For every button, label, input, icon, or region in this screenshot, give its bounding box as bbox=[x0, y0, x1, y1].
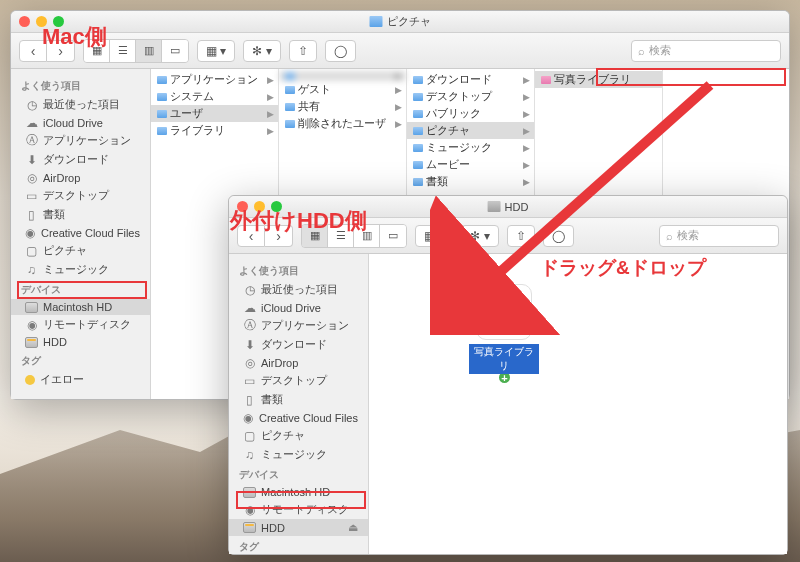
sidebar-item[interactable]: ▢ピクチャ bbox=[229, 426, 368, 445]
sidebar-item[interactable]: ◷最近使った項目 bbox=[11, 95, 150, 114]
chevron-right-icon: ▶ bbox=[395, 85, 402, 95]
close-button[interactable] bbox=[19, 16, 30, 27]
chevron-right-icon: ▶ bbox=[523, 75, 530, 85]
sidebar-item-label: HDD bbox=[43, 336, 67, 348]
icon-view-area[interactable]: 写真ライブラリ + bbox=[369, 254, 787, 554]
chevron-right-icon: ▶ bbox=[395, 119, 402, 129]
sidebar-item[interactable]: ▭デスクトップ bbox=[229, 371, 368, 390]
action-button[interactable]: ✻ ▾ bbox=[461, 225, 498, 247]
eject-icon[interactable]: ⏏ bbox=[348, 521, 358, 534]
sidebar-item[interactable]: ◉Creative Cloud Files bbox=[229, 409, 368, 426]
folder-icon bbox=[157, 127, 167, 135]
sidebar-item[interactable]: ◎AirDrop bbox=[229, 354, 368, 371]
sidebar: よく使う項目◷最近使った項目☁iCloud DriveⒶアプリケーション⬇ダウン… bbox=[229, 254, 369, 554]
tags-button[interactable]: ◯ bbox=[543, 225, 574, 247]
sidebar-item-label: ミュージック bbox=[261, 447, 327, 462]
drag-ghost-item[interactable]: 写真ライブラリ + bbox=[469, 284, 539, 385]
chevron-right-icon: ▶ bbox=[523, 92, 530, 102]
sidebar-item[interactable]: ⬇ダウンロード bbox=[11, 150, 150, 169]
gallery-view-button[interactable]: ▭ bbox=[162, 40, 188, 62]
column-item[interactable]: ミュージック▶ bbox=[407, 139, 534, 156]
sidebar-device-item[interactable]: HDD⏏ bbox=[229, 519, 368, 536]
search-placeholder: 検索 bbox=[649, 43, 671, 58]
chevron-right-icon: ▶ bbox=[267, 92, 274, 102]
sidebar-item[interactable]: ◷最近使った項目 bbox=[229, 280, 368, 299]
column-item[interactable]: ユーザ▶ bbox=[151, 105, 278, 122]
folder-icon bbox=[413, 161, 423, 169]
column-item[interactable]: ライブラリ▶ bbox=[151, 122, 278, 139]
sidebar-item-label: 書類 bbox=[261, 392, 283, 407]
column-item[interactable]: ▶ bbox=[279, 71, 406, 81]
sidebar-item[interactable]: ◉Creative Cloud Files bbox=[11, 224, 150, 241]
sidebar-item-label: 最近使った項目 bbox=[261, 282, 338, 297]
sidebar-item-label: リモートディスク bbox=[261, 502, 349, 517]
sidebar-item[interactable]: Ⓐアプリケーション bbox=[11, 131, 150, 150]
sidebar-item-label: 書類 bbox=[43, 207, 65, 222]
sidebar-device-item[interactable]: Macintosh HD bbox=[11, 299, 150, 315]
column-item[interactable]: ダウンロード▶ bbox=[407, 71, 534, 88]
sidebar-item[interactable]: ◎AirDrop bbox=[11, 169, 150, 186]
column-item-label: ムービー bbox=[426, 157, 470, 172]
sidebar-item-label: リモートディスク bbox=[43, 317, 131, 332]
column-item[interactable]: パブリック▶ bbox=[407, 105, 534, 122]
tags-header: タグ bbox=[11, 350, 150, 370]
sidebar-item[interactable]: ▯書類 bbox=[11, 205, 150, 224]
sidebar-item-label: アプリケーション bbox=[43, 133, 131, 148]
sidebar-item[interactable]: ▢ピクチャ bbox=[11, 241, 150, 260]
folder-icon bbox=[285, 86, 295, 94]
sidebar-item-label: AirDrop bbox=[261, 357, 298, 369]
sidebar-item-label: AirDrop bbox=[43, 172, 80, 184]
list-view-button[interactable]: ☰ bbox=[110, 40, 136, 62]
sidebar-item-label: iCloud Drive bbox=[43, 117, 103, 129]
sidebar-device-item[interactable]: HDD bbox=[11, 334, 150, 350]
photos-library-icon bbox=[476, 284, 532, 340]
column-item[interactable]: ムービー▶ bbox=[407, 156, 534, 173]
column-item[interactable]: 書類▶ bbox=[407, 173, 534, 190]
share-button[interactable]: ⇧ bbox=[289, 40, 317, 62]
column-item-label: 書類 bbox=[426, 174, 448, 189]
search-field[interactable]: ⌕ 検索 bbox=[659, 225, 779, 247]
sidebar-device-item[interactable]: ◉リモートディスク bbox=[229, 500, 368, 519]
column-item[interactable]: 共有▶ bbox=[279, 98, 406, 115]
sidebar-item[interactable]: ☁iCloud Drive bbox=[229, 299, 368, 316]
window-title: HDD bbox=[505, 201, 529, 213]
search-icon: ⌕ bbox=[666, 230, 673, 242]
sidebar-item-label: 最近使った項目 bbox=[43, 97, 120, 112]
column-view-button[interactable]: ▥ bbox=[136, 40, 162, 62]
folder-icon bbox=[413, 127, 423, 135]
sidebar-item[interactable]: Ⓐアプリケーション bbox=[229, 316, 368, 335]
column-item[interactable]: 削除されたユーザ▶ bbox=[279, 115, 406, 132]
folder-icon bbox=[285, 120, 295, 128]
sidebar-tag-item[interactable]: イエロー bbox=[11, 370, 150, 389]
sidebar-device-item[interactable]: Macintosh HD bbox=[229, 484, 368, 500]
column-item[interactable]: ゲスト▶ bbox=[279, 81, 406, 98]
search-field[interactable]: ⌕ 検索 bbox=[631, 40, 781, 62]
share-button[interactable]: ⇧ bbox=[507, 225, 535, 247]
column-item-label: ミュージック bbox=[426, 140, 492, 155]
sidebar-item[interactable]: ♫ミュージック bbox=[229, 445, 368, 464]
column-item[interactable]: 写真ライブラリ bbox=[535, 71, 662, 88]
sidebar-item-label: アプリケーション bbox=[261, 318, 349, 333]
titlebar[interactable]: ピクチャ bbox=[11, 11, 789, 33]
column-item-label: ライブラリ bbox=[170, 123, 225, 138]
search-placeholder: 検索 bbox=[677, 228, 699, 243]
column-item[interactable]: システム▶ bbox=[151, 88, 278, 105]
column-item[interactable]: ピクチャ▶ bbox=[407, 122, 534, 139]
window-title: ピクチャ bbox=[387, 14, 431, 29]
sidebar-device-item[interactable]: ◉リモートディスク bbox=[11, 315, 150, 334]
gallery-view-button[interactable]: ▭ bbox=[380, 225, 406, 247]
arrange-button[interactable]: ▦ ▾ bbox=[197, 40, 235, 62]
tags-button[interactable]: ◯ bbox=[325, 40, 356, 62]
file-icon bbox=[541, 76, 551, 84]
action-button[interactable]: ✻ ▾ bbox=[243, 40, 280, 62]
arrange-button[interactable]: ▦ ▾ bbox=[415, 225, 453, 247]
sidebar-item[interactable]: ☁iCloud Drive bbox=[11, 114, 150, 131]
sidebar-item-label: イエロー bbox=[40, 372, 84, 387]
chevron-right-icon: ▶ bbox=[523, 109, 530, 119]
sidebar-item[interactable]: ▭デスクトップ bbox=[11, 186, 150, 205]
column-item[interactable]: デスクトップ▶ bbox=[407, 88, 534, 105]
column-item[interactable]: アプリケーション▶ bbox=[151, 71, 278, 88]
sidebar-item[interactable]: ⬇ダウンロード bbox=[229, 335, 368, 354]
sidebar-item[interactable]: ♫ミュージック bbox=[11, 260, 150, 279]
sidebar-item[interactable]: ▯書類 bbox=[229, 390, 368, 409]
